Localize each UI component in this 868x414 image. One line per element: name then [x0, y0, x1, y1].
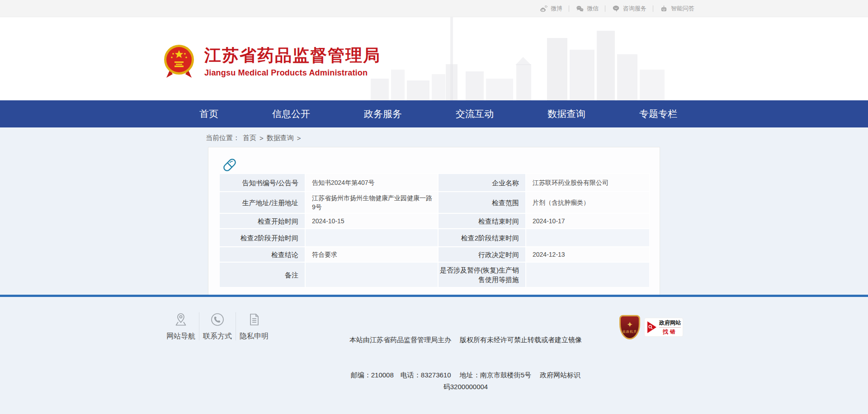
brand: 江苏省药品监督管理局 Jiangsu Medical Products Admi… — [162, 23, 381, 80]
weibo-icon — [539, 5, 548, 13]
gov-site-error-report-badge[interactable]: 政府网站 找错 — [645, 318, 683, 336]
gov-site-label: 政府网站 — [659, 319, 681, 328]
value-inspection-conclusion: 符合要求 — [305, 247, 438, 262]
value-phase2-end — [526, 229, 650, 247]
topbar-items: 微博 微信 咨询服务 智能问答 — [533, 0, 701, 17]
value-inspection-end: 2024-10-17 — [526, 213, 650, 229]
table-row: 检查开始时间 2024-10-15 检查结束时间 2024-10-17 — [219, 213, 650, 229]
wechat-icon — [576, 5, 584, 13]
shield-label: 党政机关 — [623, 329, 637, 334]
consult-service-label: 咨询服务 — [623, 5, 646, 13]
value-phase2-start — [305, 229, 438, 247]
smart-qa-link[interactable]: 智能问答 — [653, 5, 701, 13]
brand-text: 江苏省药品监督管理局 Jiangsu Medical Products Admi… — [204, 46, 381, 78]
footer-badges: ✦ 党政机关 政府网站 找错 — [619, 315, 683, 339]
privacy-label: 隐私申明 — [240, 332, 269, 341]
footer: 网站导航 联系方式 隐私申明 本站由江苏省药品监督管理局主办 版权所有未经许可禁… — [0, 297, 868, 414]
site-map-link[interactable]: 网站导航 — [163, 311, 199, 341]
table-row: 检查结论 符合要求 行政决定时间 2024-12-13 — [219, 247, 650, 262]
label-inspection-start: 检查开始时间 — [219, 213, 305, 229]
label-phase2-start: 检查2阶段开始时间 — [219, 229, 305, 247]
label-inspection-scope: 检查范围 — [438, 192, 526, 213]
site-subtitle: Jiangsu Medical Products Administration — [204, 68, 381, 78]
value-admin-decision-date: 2024-12-13 — [526, 247, 650, 262]
masthead: 江苏省药品监督管理局 Jiangsu Medical Products Admi… — [0, 17, 868, 100]
contact-link[interactable]: 联系方式 — [199, 311, 236, 341]
label-inspection-conclusion: 检查结论 — [219, 247, 305, 262]
nav-home[interactable]: 首页 — [199, 108, 218, 120]
breadcrumb-prefix: 当前位置： — [206, 134, 240, 142]
label-suspension-measures: 是否涉及暂停(恢复)生产销售使用等措施 — [438, 262, 526, 287]
table-row: 检查2阶段开始时间 检查2阶段结束时间 — [219, 229, 650, 247]
party-gov-shield-badge[interactable]: ✦ 党政机关 — [619, 315, 640, 339]
breadcrumb-separator: > — [297, 134, 301, 142]
breadcrumb-data-query-link[interactable]: 数据查询 — [267, 134, 294, 142]
content-area: 当前位置： 首页 > 数据查询 > 告知书编号/公告号 告知书2024年第407… — [0, 127, 868, 295]
privacy-link[interactable]: 隐私申明 — [236, 311, 272, 341]
value-inspection-scope: 片剂（含抗肿瘤类） — [526, 192, 650, 213]
weibo-link[interactable]: 微博 — [533, 5, 569, 13]
robot-icon — [660, 5, 668, 13]
value-notice-number: 告知书2024年第407号 — [305, 174, 438, 192]
nav-interaction[interactable]: 交流互动 — [456, 108, 494, 120]
chat-bubble-icon — [612, 5, 620, 13]
shield-emblem-icon: ✦ — [627, 321, 633, 329]
nav-gov-services[interactable]: 政务服务 — [364, 108, 402, 120]
label-inspection-end: 检查结束时间 — [438, 213, 526, 229]
capsule-icon — [220, 155, 239, 174]
inspection-record-table: 告知书编号/公告号 告知书2024年第407号 企业名称 江苏联环药业股份有限公… — [219, 174, 650, 287]
value-suspension-measures — [526, 262, 650, 287]
label-remarks: 备注 — [219, 262, 305, 287]
table-row: 告知书编号/公告号 告知书2024年第407号 企业名称 江苏联环药业股份有限公… — [219, 174, 650, 192]
page: 微博 微信 咨询服务 智能问答 — [0, 0, 868, 414]
wechat-link[interactable]: 微信 — [569, 5, 605, 13]
find-error-label: 找错 — [663, 328, 677, 336]
site-title: 江苏省药品监督管理局 — [204, 46, 381, 66]
nav-info-disclosure[interactable]: 信息公开 — [272, 108, 310, 120]
value-inspection-start: 2024-10-15 — [305, 213, 438, 229]
table-row: 生产地址/注册地址 江苏省扬州市扬州生物健康产业园健康一路9号 检查范围 片剂（… — [219, 192, 650, 213]
value-remarks — [305, 262, 438, 287]
label-admin-decision-date: 行政决定时间 — [438, 247, 526, 262]
breadcrumb-separator: > — [259, 134, 264, 142]
contact-label: 联系方式 — [203, 332, 232, 341]
city-skyline-graphic — [371, 17, 665, 100]
breadcrumb-home-link[interactable]: 首页 — [243, 134, 256, 142]
consult-service-link[interactable]: 咨询服务 — [605, 5, 653, 13]
error-finder-magnifier-icon — [647, 321, 656, 333]
smart-qa-label: 智能问答 — [671, 5, 694, 13]
label-production-address: 生产地址/注册地址 — [219, 192, 305, 213]
topbar: 微博 微信 咨询服务 智能问答 — [0, 0, 868, 17]
map-pin-icon — [173, 311, 189, 328]
value-production-address: 江苏省扬州市扬州生物健康产业园健康一路9号 — [305, 192, 438, 213]
nav-items: 首页 信息公开 政务服务 交流互动 数据查询 专题专栏 — [199, 100, 677, 127]
record-panel: 告知书编号/公告号 告知书2024年第407号 企业名称 江苏联环药业股份有限公… — [208, 147, 660, 295]
site-map-label: 网站导航 — [166, 332, 195, 341]
phone-icon — [209, 311, 226, 328]
weibo-label: 微博 — [551, 5, 562, 13]
footer-host-line: 本站由江苏省药品监督管理局主办 版权所有未经许可禁止转载或者建立镜像 — [348, 334, 583, 346]
footer-contact-line: 邮编：210008 电话：83273610 地址：南京市鼓楼街5号 政府网站标识… — [348, 369, 583, 393]
national-emblem-logo — [162, 42, 196, 80]
nav-data-query[interactable]: 数据查询 — [547, 108, 585, 120]
wechat-label: 微信 — [587, 5, 599, 13]
privacy-doc-icon — [246, 311, 262, 328]
footer-links: 网站导航 联系方式 隐私申明 — [163, 311, 272, 341]
label-notice-number: 告知书编号/公告号 — [219, 174, 305, 192]
label-phase2-end: 检查2阶段结束时间 — [438, 229, 526, 247]
main-navbar: 首页 信息公开 政务服务 交流互动 数据查询 专题专栏 — [0, 100, 868, 127]
error-report-labels: 政府网站 找错 — [659, 319, 681, 336]
value-company-name: 江苏联环药业股份有限公司 — [526, 174, 650, 192]
table-row: 备注 是否涉及暂停(恢复)生产销售使用等措施 — [219, 262, 650, 287]
nav-special-topics[interactable]: 专题专栏 — [639, 108, 677, 120]
label-company-name: 企业名称 — [438, 174, 526, 192]
footer-text: 本站由江苏省药品监督管理局主办 版权所有未经许可禁止转载或者建立镜像 邮编：21… — [348, 310, 583, 414]
breadcrumb: 当前位置： 首页 > 数据查询 > — [206, 134, 301, 142]
